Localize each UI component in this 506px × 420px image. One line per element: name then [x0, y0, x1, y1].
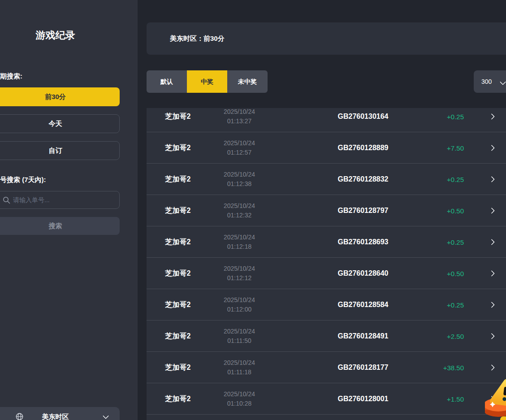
record-detail-button[interactable]	[482, 113, 501, 121]
record-detail-button[interactable]	[482, 207, 501, 215]
chevron-right-icon	[489, 333, 495, 339]
sidebar: 游戏纪录 期搜索: 前30分 今天 自订 号搜索 (7天內): 搜索 美东时区	[0, 0, 138, 420]
filter-custom-button[interactable]: 自订	[0, 141, 120, 160]
chevron-right-icon	[489, 301, 495, 307]
record-datetime: 2025/10/24 01:11:50	[209, 327, 269, 346]
record-time: 01:12:38	[209, 179, 269, 189]
page-size-select[interactable]: 300	[474, 70, 506, 93]
date-search-label: 期搜索:	[0, 72, 138, 81]
record-time: 01:12:18	[209, 242, 269, 251]
record-win-amount: +0.50	[406, 207, 464, 214]
record-detail-button[interactable]	[482, 332, 501, 340]
timezone-label: 美东时区	[0, 407, 120, 420]
record-win-amount: +0.25	[406, 301, 464, 308]
timezone-period-title: 美东时区：前30分	[170, 35, 225, 43]
chevron-right-icon	[489, 364, 495, 370]
record-game-name: 芝加哥2	[147, 394, 209, 403]
timezone-period-header: 美东时区：前30分	[147, 22, 506, 55]
floating-alert-widget[interactable]	[485, 378, 506, 420]
order-search-input[interactable]	[0, 191, 120, 209]
record-row[interactable]: 芝加哥2 2025/10/24 01:11:18 GB2760128177 +3…	[147, 352, 506, 383]
filter-today-button[interactable]: 今天	[0, 114, 120, 133]
tab-not-won[interactable]: 未中奖	[227, 70, 268, 93]
record-detail-button[interactable]	[482, 364, 501, 372]
record-date: 2025/10/24	[209, 108, 269, 117]
record-row[interactable]: 芝加哥2 2025/10/24 01:11:50 GB2760128491 +2…	[147, 320, 506, 352]
record-datetime: 2025/10/24 01:10:28	[209, 390, 269, 408]
record-date: 2025/10/24	[209, 170, 269, 179]
record-detail-button[interactable]	[482, 175, 501, 183]
record-row[interactable]: 芝加哥2 2025/10/24 01:13:27 GB2760130164 +0…	[147, 108, 506, 132]
record-row[interactable]: 芝加哥2 2025/10/24 01:12:18 GB2760128693 +0…	[147, 226, 506, 258]
filter-last30min-button[interactable]: 前30分	[0, 87, 120, 106]
chevron-right-icon	[489, 144, 495, 151]
filter-controls: 默认 中奖 未中奖 300	[147, 70, 506, 93]
search-button[interactable]: 搜索	[0, 217, 120, 235]
record-win-amount: +0.25	[406, 175, 464, 183]
record-row[interactable]: 芝加哥2 2025/10/24 01:12:38 GB2760128832 +0…	[147, 164, 506, 195]
record-row[interactable]: 芝加哥2 2025/10/24 01:12:00 GB2760128584 +0…	[147, 289, 506, 320]
record-datetime: 2025/10/24 01:13:27	[209, 108, 269, 126]
record-detail-button[interactable]	[482, 144, 501, 152]
tab-won[interactable]: 中奖	[187, 70, 227, 93]
record-detail-button[interactable]	[482, 238, 501, 246]
record-row[interactable]: 芝加哥2 2025/10/24 01:10:28 GB2760128001 +1…	[147, 383, 506, 415]
order-search-label: 号搜索 (7天內):	[0, 176, 138, 184]
chevron-right-icon	[489, 270, 495, 276]
record-detail-button[interactable]	[482, 269, 501, 277]
magnifier-icon	[3, 196, 10, 206]
warning-triangle-icon	[485, 378, 506, 420]
chevron-down-icon	[500, 79, 506, 85]
record-game-name: 芝加哥2	[147, 268, 209, 278]
record-datetime: 2025/10/24 01:12:00	[209, 295, 269, 314]
record-date: 2025/10/24	[209, 264, 269, 273]
record-game-name: 芝加哥2	[147, 174, 209, 184]
chevron-right-icon	[489, 207, 495, 213]
record-date: 2025/10/24	[209, 201, 269, 211]
record-win-amount: +2.50	[406, 332, 464, 340]
record-time: 01:11:50	[209, 336, 269, 346]
result-tabs: 默认 中奖 未中奖	[147, 70, 268, 93]
record-game-name: 芝加哥2	[147, 112, 209, 121]
record-detail-button[interactable]	[482, 301, 501, 309]
record-datetime: 2025/10/24 01:12:38	[209, 170, 269, 189]
record-win-amount: +0.50	[406, 269, 464, 277]
record-datetime: 2025/10/24 01:12:32	[209, 201, 269, 220]
record-date: 2025/10/24	[209, 139, 269, 148]
chevron-right-icon	[489, 113, 495, 119]
record-win-amount: +1.50	[406, 395, 464, 403]
page-size-value: 300	[481, 78, 492, 85]
record-win-amount: +0.25	[406, 113, 464, 120]
order-search-field	[0, 191, 120, 209]
record-time: 01:12:00	[209, 305, 269, 314]
record-game-name: 芝加哥2	[147, 363, 209, 372]
record-datetime: 2025/10/24 01:12:57	[209, 139, 269, 157]
record-date: 2025/10/24	[209, 390, 269, 399]
main-content: 美东时区：前30分 默认 中奖 未中奖 300 芝加哥2 2025/10/24 …	[138, 0, 506, 420]
record-time: 01:12:12	[209, 273, 269, 283]
record-datetime: 2025/10/24 01:12:18	[209, 233, 269, 251]
records-list: 芝加哥2 2025/10/24 01:13:27 GB2760130164 +0…	[147, 108, 506, 420]
record-win-amount: +0.25	[406, 238, 464, 246]
record-time: 01:11:18	[209, 368, 269, 377]
record-game-name: 芝加哥2	[147, 331, 209, 341]
timezone-selector[interactable]: 美东时区	[0, 407, 120, 420]
record-game-name: 芝加哥2	[147, 300, 209, 309]
record-row[interactable]: 芝加哥2 2025/10/24 01:12:57 GB2760128889 +7…	[147, 132, 506, 164]
page-title: 游戏纪录	[0, 29, 120, 42]
record-game-name: 芝加哥2	[147, 143, 209, 152]
record-time: 01:12:57	[209, 148, 269, 157]
record-time: 01:13:27	[209, 117, 269, 126]
record-row[interactable]: 芝加哥2 2025/10/24 01:12:12 GB2760128640 +0…	[147, 258, 506, 289]
record-date: 2025/10/24	[209, 295, 269, 305]
chevron-right-icon	[489, 238, 495, 245]
record-date: 2025/10/24	[209, 358, 269, 368]
record-win-amount: +38.50	[406, 364, 464, 371]
record-time: 01:10:28	[209, 399, 269, 408]
record-game-name: 芝加哥2	[147, 206, 209, 215]
tab-default[interactable]: 默认	[147, 70, 187, 93]
record-date: 2025/10/24	[209, 327, 269, 336]
record-date: 2025/10/24	[209, 233, 269, 242]
record-time: 01:12:32	[209, 211, 269, 220]
record-row[interactable]: 芝加哥2 2025/10/24 01:12:32 GB2760128797 +0…	[147, 195, 506, 226]
